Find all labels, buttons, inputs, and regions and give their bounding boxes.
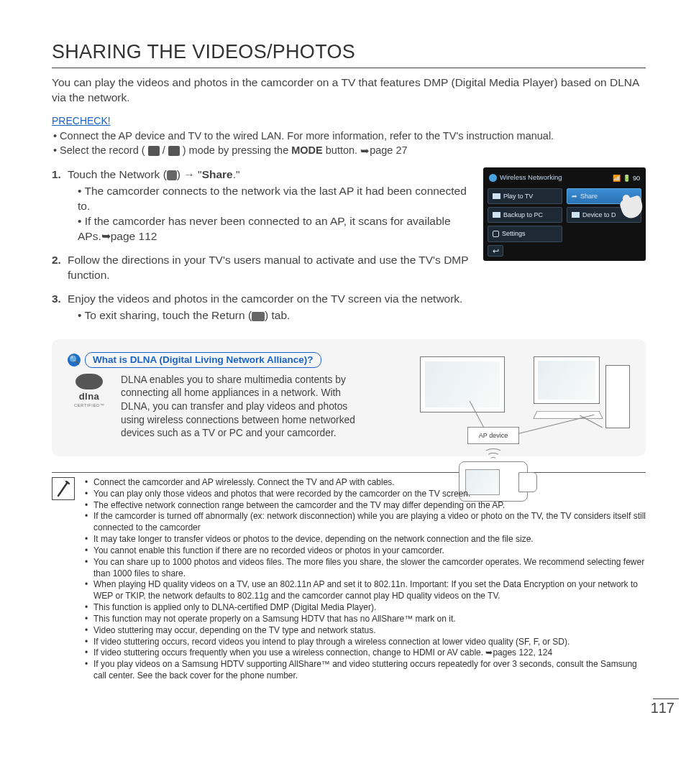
diagram-wireless-icon xyxy=(483,447,503,463)
share-icon: ➦ xyxy=(572,192,577,200)
step-sub: If the camcorder has never been connecte… xyxy=(78,214,472,244)
menu-label: Share xyxy=(580,192,598,200)
step-sub-text: ) tab. xyxy=(265,309,290,321)
step-sub: To exit sharing, touch the Return () tab… xyxy=(78,308,646,323)
step-text: Follow the directions in your TV's users… xyxy=(68,254,468,281)
diagram-monitor-icon xyxy=(534,356,600,404)
return-icon xyxy=(252,312,265,321)
pc-icon xyxy=(493,212,500,218)
note-item: The effective network connection range b… xyxy=(85,500,646,512)
note-item: You can share up to 1000 photos and vide… xyxy=(85,557,646,580)
battery-level: 90 xyxy=(633,174,640,183)
note-item: Video stuttering may occur, depending on… xyxy=(85,625,646,637)
dlna-logo-icon xyxy=(76,374,103,389)
step-text: Enjoy the videos and photos in the camco… xyxy=(68,292,462,305)
precheck-item: Connect the AP device and TV to the wire… xyxy=(53,129,646,144)
note-item: Connect the camcorder and AP wirelessly.… xyxy=(85,477,646,489)
menu-label: Device to D xyxy=(582,211,616,219)
tv-icon xyxy=(493,193,500,199)
magnifier-icon: 🔍 xyxy=(68,354,81,366)
step-text: ) → " xyxy=(177,168,202,180)
note-item: If video stuttering occurs, record video… xyxy=(85,637,646,648)
device-icon xyxy=(572,212,580,218)
video-mode-icon xyxy=(148,146,160,156)
diagram-tv-icon xyxy=(420,356,505,412)
menu-backup-to-pc[interactable]: Backup to PC xyxy=(488,207,562,223)
dlna-logo-sub: CERTIFIED™ xyxy=(68,402,111,408)
diagram-wire-icon xyxy=(580,415,603,428)
dlna-question: What is DLNA (Digital Living Network All… xyxy=(85,352,321,368)
intro-text: You can play the videos and photos in th… xyxy=(52,75,646,106)
diagram-pc-icon xyxy=(605,365,630,428)
note-item: If the camcorder is turned off abnormall… xyxy=(85,511,646,534)
step-sub: The camcorder connects to the network vi… xyxy=(78,184,472,214)
back-button[interactable] xyxy=(488,245,503,257)
menu-label: Settings xyxy=(502,229,526,238)
note-item: When playing HD quality videos on a TV, … xyxy=(85,579,646,602)
gear-icon xyxy=(493,231,499,237)
photo-mode-icon xyxy=(168,146,180,156)
step-number: 2. xyxy=(52,253,61,268)
note-icon xyxy=(52,477,75,500)
precheck-list: Connect the AP device and TV to the wire… xyxy=(52,129,646,157)
step-1: 1. Touch the Network () → "Share." The c… xyxy=(52,167,472,244)
notes-list: Connect the camcorder and AP wirelessly.… xyxy=(85,477,646,682)
steps-list-cont: 3. Enjoy the videos and photos in the ca… xyxy=(52,292,646,323)
note-item: You cannot enable this function if there… xyxy=(85,545,646,557)
menu-label: Play to TV xyxy=(503,192,533,200)
camcorder-screen-mock: Wireless Networking 📶 🔋 90 Play to TV ➦S… xyxy=(483,167,646,261)
step-sub-text: To exit sharing, touch the Return ( xyxy=(84,309,252,321)
precheck-label: PRECHECK! xyxy=(52,114,111,128)
menu-play-to-tv[interactable]: Play to TV xyxy=(488,188,562,204)
page-number: 117 xyxy=(651,698,674,718)
step-number: 1. xyxy=(52,167,61,183)
step-number: 3. xyxy=(52,292,61,307)
dlna-logo-text: dlna xyxy=(68,390,111,403)
step-2: 2. Follow the directions in your TV's us… xyxy=(52,253,472,283)
note-item: This function is applied only to DLNA-ce… xyxy=(85,602,646,614)
share-label: Share xyxy=(202,168,233,180)
dlna-logo: dlna CERTIFIED™ xyxy=(68,374,111,441)
hand-pointer-icon xyxy=(614,192,647,225)
note-item: It may take longer to transfer videos or… xyxy=(85,534,646,545)
note-item: You can play only those videos and photo… xyxy=(85,489,646,500)
dlna-info-box: 🔍 What is DLNA (Digital Living Network A… xyxy=(52,339,646,456)
step-text: ." xyxy=(233,168,240,180)
diagram-ap-device: AP device xyxy=(467,427,519,444)
screen-title: Wireless Networking xyxy=(500,173,562,183)
dlna-diagram: AP device xyxy=(416,352,631,441)
dlna-description: DLNA enables you to share multimedia con… xyxy=(121,374,365,441)
mode-button-label: MODE xyxy=(291,144,323,156)
step-text: Touch the Network ( xyxy=(68,168,167,180)
note-item: If video stuttering occurs frequently wh… xyxy=(85,647,646,659)
note-item: This function may not operate properly o… xyxy=(85,614,646,625)
menu-settings[interactable]: Settings xyxy=(488,226,562,241)
step-3: 3. Enjoy the videos and photos in the ca… xyxy=(52,292,646,323)
battery-icon: 🔋 xyxy=(623,174,631,183)
precheck-item: Select the record ( / ) mode by pressing… xyxy=(53,144,646,158)
page-title: SHARING THE VIDEOS/PHOTOS xyxy=(52,39,646,68)
network-icon xyxy=(167,170,177,180)
page-ref-arrow-icon: ➥ xyxy=(360,144,370,159)
note-item: If you play videos on a Samsung HDTV sup… xyxy=(85,659,646,682)
steps-list: 1. Touch the Network () → "Share." The c… xyxy=(52,167,472,282)
wireless-icon xyxy=(489,174,497,182)
menu-label: Backup to PC xyxy=(503,211,543,219)
wifi-status-icon: 📶 xyxy=(613,174,621,183)
